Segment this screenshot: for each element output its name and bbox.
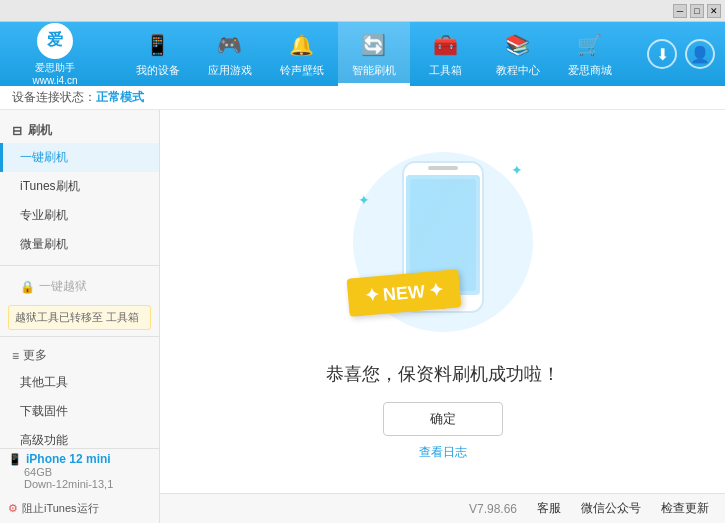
my-device-icon: 📱 — [144, 31, 172, 59]
lock-icon: 🔒 — [20, 280, 35, 294]
toolbox-icon: 🧰 — [432, 31, 460, 59]
nav-toolbox[interactable]: 🧰 工具箱 — [410, 22, 482, 86]
sidebar-download-firmware[interactable]: 下载固件 — [0, 397, 159, 426]
svg-rect-3 — [428, 166, 458, 170]
app-window: ─ □ ✕ 爱 爱思助手 www.i4.cn 📱 我的设备 🎮 应用游戏 🔔 铃… — [0, 0, 725, 523]
connection-prefix: 设备连接状态： — [12, 89, 96, 106]
nav-my-device-label: 我的设备 — [136, 63, 180, 78]
device-name: iPhone 12 mini — [26, 452, 111, 466]
more-label: 更多 — [23, 347, 47, 364]
nav-right-buttons: ⬇ 👤 — [647, 39, 715, 69]
download-button[interactable]: ⬇ — [647, 39, 677, 69]
flash-section-icon: ⊟ — [12, 124, 22, 138]
nav-toolbox-label: 工具箱 — [429, 63, 462, 78]
sidebar-pro-flash[interactable]: 专业刷机 — [0, 201, 159, 230]
device-firmware: Down-12mini-13,1 — [8, 478, 151, 490]
bottom-bar-right: V7.98.66 客服 微信公众号 检查更新 — [160, 494, 725, 523]
apps-games-icon: 🎮 — [216, 31, 244, 59]
nav-ringtones-label: 铃声壁纸 — [280, 63, 324, 78]
sidebar-itunes-flash[interactable]: iTunes刷机 — [0, 172, 159, 201]
sidebar-divider-1 — [0, 265, 159, 266]
version-number: V7.98.66 — [469, 502, 517, 516]
sparkle-2: ✦ — [358, 192, 370, 208]
device-storage: 64GB — [8, 466, 151, 478]
nav-my-device[interactable]: 📱 我的设备 — [122, 22, 194, 86]
device-info-panel: 📱 iPhone 12 mini 64GB Down-12mini-13,1 — [0, 448, 160, 493]
itunes-status-text: 阻止iTunes运行 — [22, 501, 99, 516]
sidebar: ⊟ 刷机 一键刷机 iTunes刷机 专业刷机 微量刷机 🔒 一键越狱 越狱工具… — [0, 110, 160, 493]
connection-bar: 设备连接状态： 正常模式 — [0, 86, 725, 110]
itunes-icon: ⚙ — [8, 502, 18, 515]
success-message: 恭喜您，保资料刷机成功啦！ — [326, 362, 560, 386]
smart-flash-icon: 🔄 — [360, 31, 388, 59]
nav-apps-games[interactable]: 🎮 应用游戏 — [194, 22, 266, 86]
itunes-status: ⚙ 阻止iTunes运行 — [0, 493, 160, 523]
title-bar: ─ □ ✕ — [0, 0, 725, 22]
sidebar-micro-flash[interactable]: 微量刷机 — [0, 230, 159, 259]
view-log-link[interactable]: 查看日志 — [419, 444, 467, 461]
sparkle-1: ✦ — [511, 162, 523, 178]
sidebar-divider-2 — [0, 336, 159, 337]
maximize-button[interactable]: □ — [690, 4, 704, 18]
logo-area: 爱 爱思助手 www.i4.cn — [10, 23, 100, 86]
sidebar-other-tools[interactable]: 其他工具 — [0, 368, 159, 397]
nav-smart-flash[interactable]: 🔄 智能刷机 — [338, 22, 410, 86]
nav-tutorials[interactable]: 📚 教程中心 — [482, 22, 554, 86]
connection-status: 正常模式 — [96, 89, 144, 106]
jailbreak-warning: 越狱工具已转移至 工具箱 — [8, 305, 151, 330]
sidebar-jailbreak-section: 🔒 一键越狱 — [0, 272, 159, 301]
sidebar-flash-section: ⊟ 刷机 — [0, 118, 159, 143]
nav-apps-games-label: 应用游戏 — [208, 63, 252, 78]
nav-shop[interactable]: 🛒 爱思商城 — [554, 22, 626, 86]
nav-smart-flash-label: 智能刷机 — [352, 63, 396, 78]
confirm-button[interactable]: 确定 — [383, 402, 503, 436]
jailbreak-label: 一键越狱 — [39, 278, 87, 295]
logo-subtitle: www.i4.cn — [32, 75, 77, 86]
nav-shop-label: 爱思商城 — [568, 63, 612, 78]
shop-icon: 🛒 — [576, 31, 604, 59]
nav-tutorials-label: 教程中心 — [496, 63, 540, 78]
logo-title: 爱思助手 — [35, 61, 75, 75]
sidebar-more-section: ≡ 更多 — [0, 343, 159, 368]
more-icon: ≡ — [12, 349, 19, 363]
main-content: ✦ ✦ — [160, 110, 725, 493]
device-name-row: 📱 iPhone 12 mini — [8, 452, 151, 466]
logo-icon: 爱 — [37, 23, 73, 59]
wechat-link[interactable]: 微信公众号 — [581, 500, 641, 517]
close-button[interactable]: ✕ — [707, 4, 721, 18]
main-area: ⊟ 刷机 一键刷机 iTunes刷机 专业刷机 微量刷机 🔒 一键越狱 越狱工具… — [0, 110, 725, 493]
device-phone-icon: 📱 — [8, 453, 22, 466]
nav-items: 📱 我的设备 🎮 应用游戏 🔔 铃声壁纸 🔄 智能刷机 🧰 工具箱 📚 — [100, 22, 647, 86]
minimize-button[interactable]: ─ — [673, 4, 687, 18]
bottom-bar: 自动推送 跳过向导 📱 iPhone 12 mini 64GB Down-12m… — [0, 493, 725, 523]
customer-service-link[interactable]: 客服 — [537, 500, 561, 517]
tutorials-icon: 📚 — [504, 31, 532, 59]
window-controls: ─ □ ✕ — [673, 4, 721, 18]
ringtones-icon: 🔔 — [288, 31, 316, 59]
user-button[interactable]: 👤 — [685, 39, 715, 69]
nav-ringtones[interactable]: 🔔 铃声壁纸 — [266, 22, 338, 86]
check-update-link[interactable]: 检查更新 — [661, 500, 709, 517]
sidebar-one-click-flash[interactable]: 一键刷机 — [0, 143, 159, 172]
phone-illustration: ✦ ✦ — [343, 142, 543, 342]
flash-section-label: 刷机 — [28, 122, 52, 139]
top-nav: 爱 爱思助手 www.i4.cn 📱 我的设备 🎮 应用游戏 🔔 铃声壁纸 🔄 … — [0, 22, 725, 86]
